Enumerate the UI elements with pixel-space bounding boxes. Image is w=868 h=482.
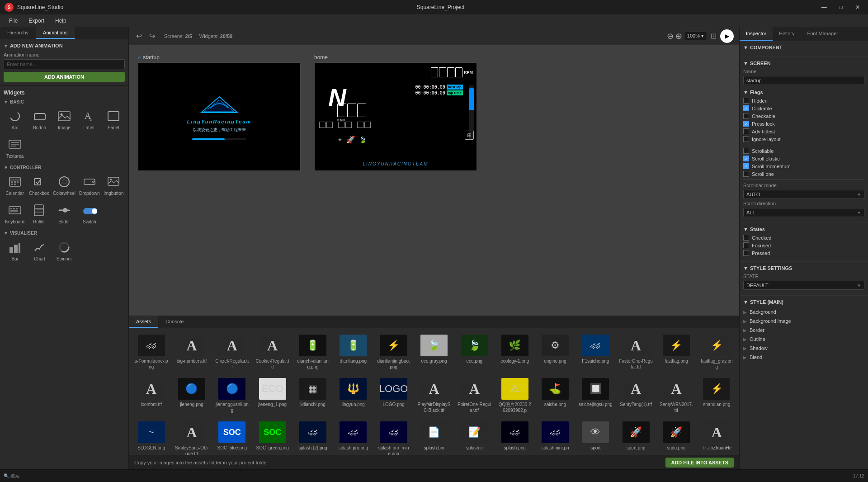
asset-item[interactable]: ⚙engine.png [536, 332, 574, 373]
widget-image[interactable]: Image [53, 106, 75, 133]
tab-console[interactable]: Console [158, 316, 191, 328]
add-file-button[interactable]: ADD FILE INTO ASSETS [665, 458, 734, 468]
style-main-header[interactable]: ▼ STYLE (MAIN) [743, 299, 864, 305]
scroll-direction-select[interactable]: ALL ▼ [743, 208, 864, 217]
flag-scroll-momentum-checkbox[interactable] [743, 163, 749, 169]
style-background[interactable]: ▶ Background [743, 307, 864, 317]
flag-press-lock-checkbox[interactable] [743, 121, 749, 127]
widget-switch[interactable]: Switch [78, 200, 101, 227]
fit-screen-btn[interactable]: ⊡ [711, 32, 717, 40]
asset-item[interactable]: ASentyWEN2017.ttf [657, 375, 695, 416]
asset-item[interactable]: Aiconfont.ttf [132, 375, 170, 416]
asset-item[interactable]: 🍃eco.png [456, 332, 493, 373]
asset-item[interactable]: ⚡fastflag_gray.png [698, 332, 736, 373]
asset-item[interactable]: ⚡dianlianjin gbao.png [375, 332, 412, 373]
widget-roller[interactable]: ━━━ Roller [28, 200, 50, 227]
category-controller[interactable]: ▼ CONTROLLER [4, 165, 125, 170]
flag-scroll-one-checkbox[interactable] [743, 171, 749, 177]
asset-item[interactable]: 📝splash.c [456, 419, 493, 455]
widget-dropdown[interactable]: Dropdown [78, 172, 101, 198]
asset-item[interactable]: ACinzel-Regular.ttf [213, 332, 251, 373]
flags-header[interactable]: ▼ Flags [743, 90, 864, 95]
flag-clickable-checkbox[interactable] [743, 105, 749, 111]
widget-chart[interactable]: Chart [28, 237, 51, 264]
zoom-out-btn[interactable]: ⊖ [667, 31, 674, 41]
widget-calendar[interactable]: Calendar [4, 172, 26, 198]
widget-imgbutton[interactable]: Imgbutton [103, 172, 125, 198]
asset-item[interactable]: ▦lidianchi.png [294, 375, 331, 416]
startup-canvas[interactable]: LingYunRacingTeam 以我凌云之志，驾动工程未来 [138, 62, 301, 171]
style-border[interactable]: ▶ Border [743, 326, 864, 335]
widget-slider[interactable]: Slider [52, 200, 76, 227]
asset-item[interactable]: 🏎splash (2).png [294, 419, 331, 455]
asset-item[interactable]: AFasterOne-Regular.ttf [617, 332, 655, 373]
tab-history[interactable]: History [773, 27, 801, 41]
flag-adv-hittest-checkbox[interactable] [743, 128, 749, 134]
add-animation-button[interactable]: ADD ANIMATION [4, 72, 125, 82]
screen-header[interactable]: ▼ SCREEN [743, 61, 864, 66]
flag-checkable-checkbox[interactable] [743, 113, 749, 119]
flag-ignore-layout-checkbox[interactable] [743, 136, 749, 142]
style-outline[interactable]: ▶ Outline [743, 335, 864, 344]
flag-hidden-checkbox[interactable] [743, 98, 749, 104]
minimize-btn[interactable]: — [818, 3, 830, 11]
states-header[interactable]: ▼ States [743, 227, 864, 232]
asset-item[interactable]: ⚡fastflag.png [657, 332, 695, 373]
component-header[interactable]: ▼ COMPONENT [743, 45, 864, 50]
undo-button[interactable]: ↩ [134, 30, 144, 42]
animation-name-input[interactable] [4, 59, 125, 69]
asset-item[interactable]: LOGOLOGO.png [375, 375, 412, 416]
asset-item[interactable]: 🚀sport.png [617, 419, 655, 455]
state-pressed-checkbox[interactable] [743, 250, 749, 256]
asset-item[interactable]: 🏎F1saiche.png [577, 332, 614, 373]
menu-export[interactable]: Export [23, 16, 50, 26]
asset-item[interactable]: APlayfairDisplaySC-Black.ttf [415, 375, 453, 416]
state-focused-checkbox[interactable] [743, 242, 749, 248]
asset-item[interactable]: 🌿ecology-1.png [496, 332, 533, 373]
zoom-value[interactable]: 100% ▾ [684, 32, 707, 40]
asset-item[interactable]: ⛳saiche.png [536, 375, 574, 416]
category-visualiser[interactable]: ▼ VISUALISER [4, 231, 125, 236]
play-button[interactable]: ▶ [720, 29, 734, 43]
asset-item[interactable]: ASmileySans-Oblique.ttf [173, 419, 210, 455]
canvas-area[interactable]: ⌂ startup LingYunRacingTeam [129, 45, 739, 316]
asset-item[interactable]: 🏎splash pro_mine.png [375, 419, 412, 455]
widget-bar[interactable]: Bar [4, 237, 26, 264]
widget-colorwheel[interactable]: Colorwheel [52, 172, 76, 198]
home-canvas[interactable]: RPM N 00:00:00.00 best lap 00:00:00.00 l… [314, 62, 477, 171]
widget-arc[interactable]: Arc [4, 106, 26, 133]
asset-item[interactable]: APoiretOne-Regular.ttf [456, 375, 493, 416]
style-settings-header[interactable]: ▼ STYLE SETTINGS [743, 265, 864, 271]
asset-item[interactable]: 🚀sudu.png [657, 419, 695, 455]
flag-scroll-elastic-checkbox[interactable] [743, 156, 749, 161]
style-shadow[interactable]: ▶ Shadow [743, 344, 864, 353]
scrollbar-mode-select[interactable]: AUTO ▼ [743, 190, 864, 199]
asset-item[interactable]: 🔵jieneng.png [173, 375, 210, 416]
tab-hierarchy[interactable]: Hierarchy [0, 27, 36, 39]
widget-checkbox[interactable]: Checkbox [28, 172, 50, 198]
state-checked-checkbox[interactable] [743, 235, 749, 241]
asset-item[interactable]: ⚡shandian.png [698, 375, 736, 416]
widget-spinner[interactable]: Spinner [53, 237, 75, 264]
tab-inspector[interactable]: Inspector [740, 27, 773, 41]
category-basic[interactable]: ▼ BASIC [4, 99, 125, 104]
asset-item[interactable]: ACookie-Regular.ttf [254, 332, 291, 373]
asset-item[interactable]: 🔵jienengguanli.png [213, 375, 251, 416]
asset-item[interactable]: 🔱lingyun.png [335, 375, 372, 416]
tab-animations[interactable]: Animations [36, 27, 75, 39]
flag-scrollable-checkbox[interactable] [743, 148, 749, 154]
asset-item[interactable]: 📄splash.bin [415, 419, 453, 455]
add-animation-header[interactable]: ▼ ADD NEW ANIMATION [4, 43, 125, 48]
tab-font-manager[interactable]: Font Manager [801, 27, 844, 41]
widget-panel[interactable]: Panel [102, 106, 125, 133]
tab-assets[interactable]: Assets [129, 316, 158, 328]
asset-item[interactable]: 🔋dianliang.png [335, 332, 372, 373]
widget-textarea[interactable]: Textarea [4, 135, 26, 161]
asset-item[interactable]: 🏎splash.png [496, 419, 533, 455]
asset-item[interactable]: 🍃eco.gray.png [415, 332, 453, 373]
widget-button[interactable]: Button [28, 106, 51, 133]
maximize-btn[interactable]: □ [836, 3, 846, 11]
asset-item[interactable]: 👁sport [577, 419, 614, 455]
asset-item[interactable]: ECOjieneng_1.png [254, 375, 291, 416]
asset-item[interactable]: ATTJinZhuanHe [698, 419, 736, 455]
